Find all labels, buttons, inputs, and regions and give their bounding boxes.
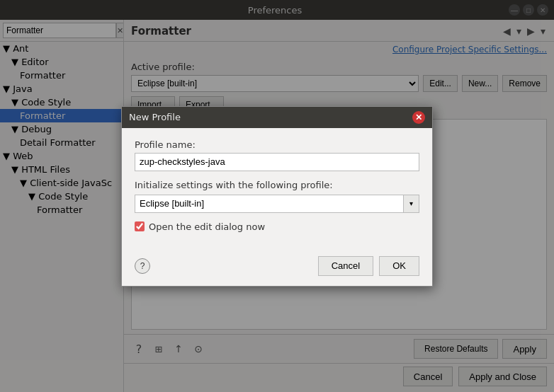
dialog-title: New Profile xyxy=(129,112,181,122)
dialog-cancel-button[interactable]: Cancel xyxy=(318,256,373,276)
dialog-ok-button[interactable]: OK xyxy=(379,256,419,276)
checkbox-label[interactable]: Open the edit dialog now xyxy=(149,221,265,232)
dialog-body: Profile name: Initialize settings with t… xyxy=(122,128,432,250)
profile-name-label: Profile name: xyxy=(135,139,419,150)
dialog-footer: ? Cancel OK xyxy=(122,250,432,286)
dialog-titlebar: New Profile ✕ xyxy=(122,107,432,128)
dialog-close-button[interactable]: ✕ xyxy=(412,111,425,124)
checkbox-row: Open the edit dialog now xyxy=(135,221,419,232)
dialog-help-button[interactable]: ? xyxy=(135,258,150,274)
dialog-overlay: New Profile ✕ Profile name: Initialize s… xyxy=(0,0,554,392)
new-profile-dialog: New Profile ✕ Profile name: Initialize s… xyxy=(121,106,433,287)
open-edit-dialog-checkbox[interactable] xyxy=(135,221,145,231)
init-select-wrap: Eclipse [built-in] GoogleStyle Custom ▾ xyxy=(135,195,419,213)
dropdown-arrow-icon[interactable]: ▾ xyxy=(404,195,419,213)
init-settings-label: Initialize settings with the following p… xyxy=(135,180,419,190)
profile-name-input[interactable] xyxy=(135,153,419,171)
init-profile-select[interactable]: Eclipse [built-in] GoogleStyle Custom xyxy=(135,195,404,213)
dialog-action-buttons: Cancel OK xyxy=(318,256,419,276)
